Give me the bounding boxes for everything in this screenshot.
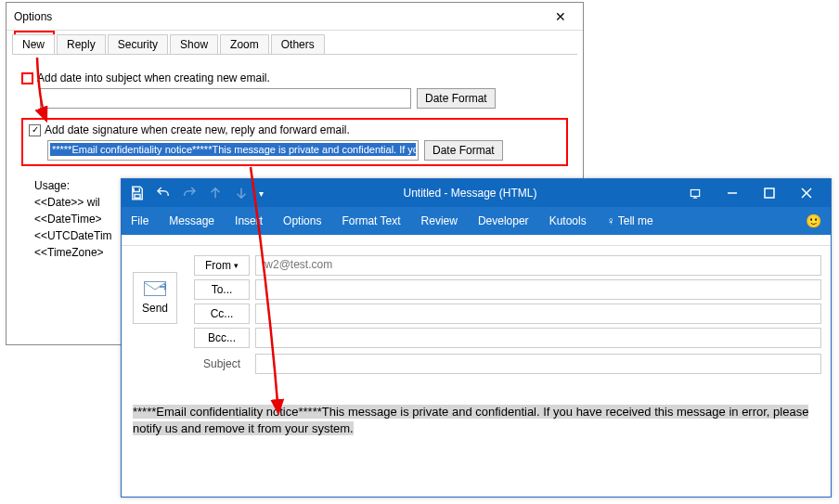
down-arrow-icon[interactable]: [233, 185, 250, 201]
redo-icon[interactable]: [181, 185, 198, 201]
button-date-format-2[interactable]: Date Format: [424, 140, 503, 161]
tab-insert[interactable]: Insert: [235, 214, 263, 227]
options-title: Options: [14, 10, 542, 23]
label-add-signature: Add date signature when create new, repl…: [45, 123, 350, 136]
svg-rect-5: [145, 282, 166, 296]
tell-me-label: Tell me: [618, 214, 653, 227]
close-icon[interactable]: ✕: [542, 6, 579, 28]
input-signature[interactable]: *****Email confidentiality notice*****Th…: [47, 140, 419, 161]
message-titlebar: ▾ Untitled - Message (HTML): [122, 179, 831, 207]
from-label: From: [205, 259, 231, 272]
ribbon-collapsed-area: [122, 235, 831, 246]
send-label: Send: [142, 302, 168, 315]
quick-access-toolbar: ▾: [129, 185, 264, 201]
checkbox-add-date-subject[interactable]: [21, 72, 33, 84]
bcc-field[interactable]: [255, 328, 821, 348]
tab-file[interactable]: File: [131, 214, 148, 227]
bcc-button[interactable]: Bcc...: [194, 328, 250, 348]
message-title: Untitled - Message (HTML): [264, 187, 677, 200]
tab-kutools[interactable]: Kutools: [549, 214, 587, 227]
message-window: ▾ Untitled - Message (HTML) File Message…: [121, 178, 832, 498]
tab-review[interactable]: Review: [421, 214, 458, 227]
cc-button[interactable]: Cc...: [194, 304, 250, 324]
options-tabs: New Reply Security Show Zoom Others: [12, 34, 577, 55]
tab-format-text[interactable]: Format Text: [342, 214, 400, 227]
tab-options[interactable]: Options: [283, 214, 321, 227]
maximize-icon[interactable]: [751, 180, 788, 206]
subject-label: Subject: [194, 357, 250, 370]
from-field[interactable]: tw2@test.com: [255, 255, 821, 276]
to-button[interactable]: To...: [194, 279, 250, 300]
tab-reply[interactable]: Reply: [57, 34, 106, 54]
undo-icon[interactable]: [155, 185, 172, 201]
to-field[interactable]: [255, 279, 821, 300]
send-button[interactable]: Send: [133, 272, 177, 324]
envelope-icon: [144, 281, 166, 296]
ribbon-tabs: File Message Insert Options Format Text …: [122, 207, 831, 235]
row-add-date-subject: Add date into subject when creating new …: [21, 71, 568, 109]
tab-new[interactable]: New: [12, 34, 55, 54]
up-arrow-icon[interactable]: [207, 185, 224, 201]
ribbon-display-options-icon[interactable]: [677, 180, 714, 206]
compose-area: Send From tw2@test.com To... Cc... Bcc..…: [122, 246, 831, 380]
highlight-signature-block: ✓ Add date signature when create new, re…: [21, 118, 568, 166]
message-body[interactable]: *****Email confidentiality notice*****Th…: [133, 404, 820, 437]
from-button[interactable]: From: [194, 255, 250, 276]
tab-show[interactable]: Show: [170, 34, 218, 54]
tab-zoom[interactable]: Zoom: [220, 34, 269, 54]
tell-me[interactable]: ♀ Tell me: [607, 214, 653, 227]
button-date-format-1[interactable]: Date Format: [417, 88, 496, 109]
minimize-icon[interactable]: [714, 180, 751, 206]
tab-security[interactable]: Security: [108, 34, 168, 54]
bulb-icon: ♀: [607, 214, 615, 227]
body-signature-text: *****Email confidentiality notice*****Th…: [133, 405, 808, 435]
tab-message[interactable]: Message: [169, 214, 214, 227]
checkbox-add-signature[interactable]: ✓: [29, 124, 41, 136]
save-icon[interactable]: [129, 185, 146, 201]
tab-developer[interactable]: Developer: [478, 214, 529, 227]
options-titlebar: Options ✕: [6, 3, 583, 31]
input-date-subject[interactable]: [40, 88, 411, 109]
subject-field[interactable]: [255, 354, 821, 374]
label-add-date-subject: Add date into subject when creating new …: [37, 71, 270, 84]
close-window-icon[interactable]: [788, 180, 825, 206]
cc-field[interactable]: [255, 304, 821, 324]
tab-others[interactable]: Others: [271, 34, 325, 54]
svg-rect-0: [691, 190, 699, 197]
svg-rect-2: [765, 188, 774, 198]
feedback-smile-icon[interactable]: 🙂: [806, 213, 821, 228]
input-signature-value: *****Email confidentiality notice*****Th…: [50, 143, 416, 156]
